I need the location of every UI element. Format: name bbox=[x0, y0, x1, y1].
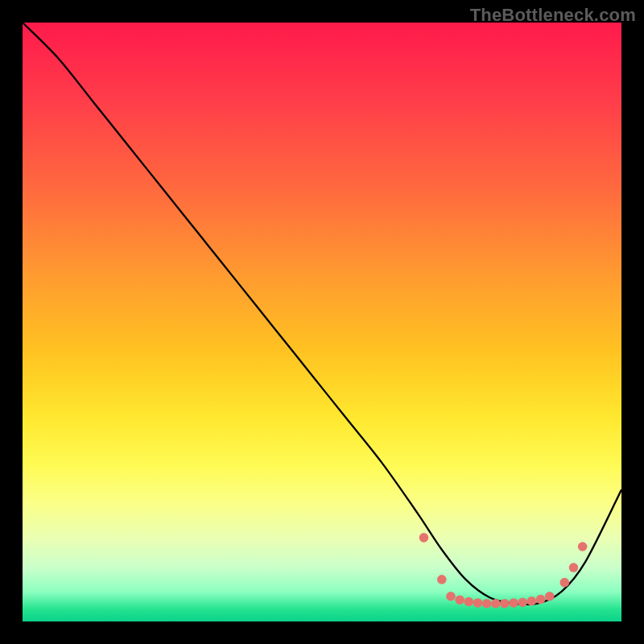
marker-dot bbox=[545, 592, 555, 601]
marker-dot bbox=[509, 598, 518, 608]
chart-stage: TheBottleneck.com bbox=[0, 0, 644, 644]
marker-dot bbox=[536, 595, 546, 605]
chart-overlay bbox=[23, 23, 621, 621]
watermark-text: TheBottleneck.com bbox=[470, 5, 636, 26]
marker-dot bbox=[464, 597, 473, 607]
curve-line bbox=[23, 23, 621, 605]
curve-markers bbox=[419, 533, 588, 608]
marker-dot bbox=[578, 542, 588, 551]
plot-area bbox=[23, 23, 621, 621]
marker-dot bbox=[527, 597, 537, 606]
marker-dot bbox=[419, 533, 429, 543]
marker-dot bbox=[455, 595, 464, 605]
marker-dot bbox=[518, 597, 527, 607]
marker-dot bbox=[437, 575, 447, 584]
marker-dot bbox=[473, 598, 483, 608]
marker-dot bbox=[491, 599, 501, 609]
marker-dot bbox=[446, 592, 456, 601]
marker-dot bbox=[569, 563, 579, 572]
marker-dot bbox=[482, 599, 492, 609]
marker-dot bbox=[560, 578, 570, 588]
marker-dot bbox=[500, 599, 510, 609]
